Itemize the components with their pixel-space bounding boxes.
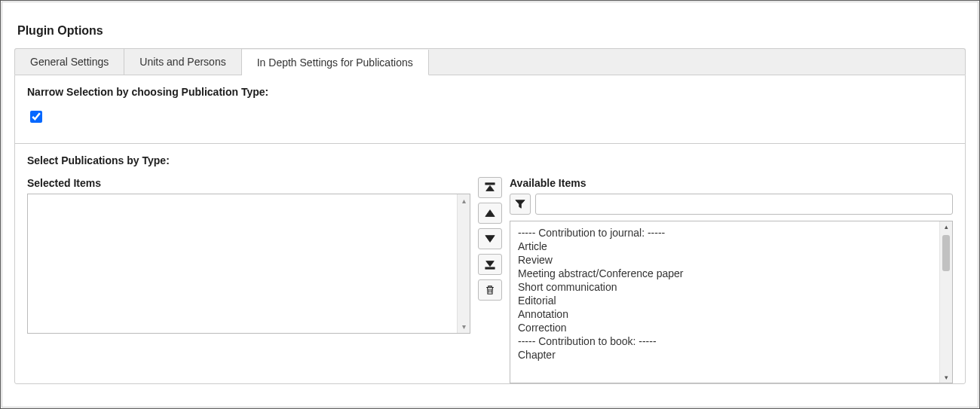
svg-marker-2 xyxy=(485,210,495,217)
reorder-buttons xyxy=(478,177,502,301)
svg-marker-4 xyxy=(486,261,495,267)
list-item[interactable]: Annotation xyxy=(518,307,933,321)
list-item[interactable]: Chapter xyxy=(518,348,933,362)
filter-icon xyxy=(515,199,525,209)
tab-label: Units and Persons xyxy=(139,56,225,68)
scroll-up-arrow-icon: ▴ xyxy=(462,197,466,205)
move-down-icon xyxy=(485,233,495,244)
available-items-title: Available Items xyxy=(510,177,953,189)
filter-input[interactable] xyxy=(535,194,953,215)
svg-marker-6 xyxy=(516,200,525,209)
scrollbar[interactable]: ▴ ▾ xyxy=(939,221,952,383)
card: Plugin Options General Settings Units an… xyxy=(2,2,978,407)
scrollbar-thumb[interactable] xyxy=(942,235,950,271)
list-item[interactable]: ----- Contribution to book: ----- xyxy=(518,334,933,348)
svg-marker-1 xyxy=(486,185,495,191)
list-item[interactable]: Correction xyxy=(518,321,933,334)
filter-row xyxy=(510,194,953,215)
list-item[interactable]: Short communication xyxy=(518,280,933,294)
svg-rect-5 xyxy=(485,267,495,269)
available-items-listbox: ----- Contribution to journal: -----Arti… xyxy=(510,221,953,383)
tab-panel: Narrow Selection by choosing Publication… xyxy=(14,75,966,384)
page-title: Plugin Options xyxy=(14,24,966,38)
move-bottom-button[interactable] xyxy=(478,254,502,275)
list-item[interactable]: Editorial xyxy=(518,294,933,307)
available-items-list[interactable]: ----- Contribution to journal: -----Arti… xyxy=(510,221,940,383)
move-bottom-icon xyxy=(485,259,495,270)
dual-listbox: Selected Items ▴ ▾ xyxy=(27,177,953,383)
list-item[interactable]: ----- Contribution to journal: ----- xyxy=(518,226,933,240)
move-top-button[interactable] xyxy=(478,177,502,198)
move-top-icon xyxy=(485,182,495,193)
selected-column: Selected Items ▴ ▾ xyxy=(27,177,470,334)
selected-items-title: Selected Items xyxy=(27,177,470,189)
remove-button[interactable] xyxy=(478,279,502,301)
trash-icon xyxy=(485,285,495,295)
list-item[interactable]: Review xyxy=(518,253,933,267)
tab-units-and-persons[interactable]: Units and Persons xyxy=(124,49,241,75)
window-border: Plugin Options General Settings Units an… xyxy=(0,0,980,409)
move-down-button[interactable] xyxy=(478,228,502,249)
narrow-selection-checkbox[interactable] xyxy=(30,111,42,123)
scroll-up-arrow-icon: ▴ xyxy=(940,223,952,230)
svg-marker-3 xyxy=(485,236,495,243)
select-by-type-label: Select Publications by Type: xyxy=(27,154,953,166)
tab-label: In Depth Settings for Publications xyxy=(257,56,413,69)
tab-in-depth-settings[interactable]: In Depth Settings for Publications xyxy=(242,50,429,75)
narrow-section: Narrow Selection by choosing Publication… xyxy=(15,75,965,144)
selected-items-listbox[interactable]: ▴ ▾ xyxy=(27,194,470,334)
move-up-icon xyxy=(485,208,495,218)
select-by-type-section: Select Publications by Type: Selected It… xyxy=(15,144,965,383)
scroll-down-arrow-icon: ▾ xyxy=(940,374,952,381)
narrow-selection-label: Narrow Selection by choosing Publication… xyxy=(27,86,953,98)
scroll-down-arrow-icon: ▾ xyxy=(462,322,466,331)
available-column: Available Items ----- Contribution to jo… xyxy=(510,177,953,383)
move-up-button[interactable] xyxy=(478,203,502,224)
filter-button[interactable] xyxy=(510,194,531,215)
list-item[interactable]: Article xyxy=(518,240,933,253)
plugin-options-panel: Plugin Options General Settings Units an… xyxy=(14,12,966,407)
tabs-container: General Settings Units and Persons In De… xyxy=(14,48,966,75)
scrollbar[interactable]: ▴ ▾ xyxy=(457,194,470,333)
svg-rect-0 xyxy=(485,183,495,185)
list-item[interactable]: Meeting abstract/Conference paper xyxy=(518,267,933,280)
tab-label: General Settings xyxy=(30,56,109,68)
tab-general-settings[interactable]: General Settings xyxy=(15,49,124,75)
